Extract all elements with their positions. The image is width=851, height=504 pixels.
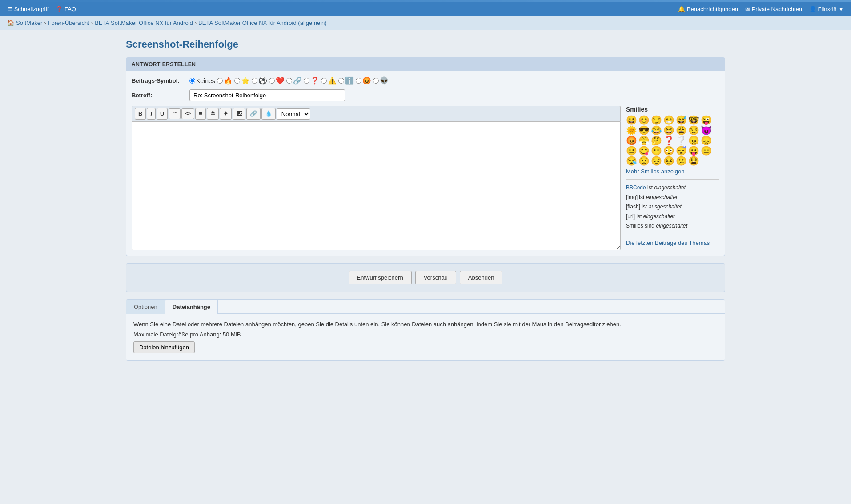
more-smilies-link[interactable]: Mehr Smilies anzeigen <box>626 168 719 175</box>
list-ul-button[interactable]: ≡ <box>195 108 206 120</box>
mail-icon: ✉ <box>745 6 750 12</box>
smiley-7[interactable]: 😜 <box>701 116 712 124</box>
bbcode-link[interactable]: BBCode <box>626 184 646 191</box>
benachrichtigungen-link[interactable]: 🔔 Benachrichtigungen <box>678 6 738 12</box>
private-nachrichten-link[interactable]: ✉ Private Nachrichten <box>745 6 802 12</box>
smiley-2[interactable]: 😊 <box>638 116 650 124</box>
smiley-33[interactable]: 😕 <box>676 156 687 165</box>
smiley-24[interactable]: 😶 <box>651 146 662 155</box>
smiley-13[interactable]: 😒 <box>688 126 699 135</box>
tabs-box: Optionen Dateianhänge Wenn Sie eine Date… <box>126 299 725 361</box>
smiley-29[interactable]: 😪 <box>626 156 637 165</box>
smiley-12[interactable]: 😩 <box>676 126 687 135</box>
symbol-question[interactable]: ❓ <box>304 76 319 85</box>
breadcrumb-softmaker[interactable]: SoftMaker <box>16 20 42 26</box>
breadcrumb-beta-android[interactable]: BETA SoftMaker Office NX für Android <box>95 20 193 26</box>
smiley-17[interactable]: 🤔 <box>651 136 662 145</box>
symbol-info[interactable]: ℹ️ <box>338 76 354 85</box>
smiley-31[interactable]: 😔 <box>651 156 662 165</box>
symbol-soccer-radio[interactable] <box>252 78 257 84</box>
symbol-question-radio[interactable] <box>304 78 309 84</box>
chain-icon: 🔗 <box>293 76 302 85</box>
vorschau-button[interactable]: Vorschau <box>415 271 456 284</box>
list-ol-button[interactable]: ≜ <box>207 108 219 120</box>
smiley-34[interactable]: 😫 <box>688 156 699 165</box>
smiley-6[interactable]: 🤓 <box>688 116 699 124</box>
symbol-angry[interactable]: 😡 <box>356 76 371 85</box>
smiley-27[interactable]: 😛 <box>688 146 699 155</box>
tab-dateihanhaenge[interactable]: Dateianhänge <box>165 300 218 314</box>
breadcrumb-foren-uebersicht[interactable]: Foren-Übersicht <box>48 20 89 26</box>
symbol-warning[interactable]: ⚠️ <box>321 76 337 85</box>
symbol-star[interactable]: ⭐ <box>234 76 250 85</box>
home-icon: 🏠 <box>7 20 14 26</box>
entwurf-button[interactable]: Entwurf speichern <box>349 271 412 284</box>
symbol-flame[interactable]: 🔥 <box>217 76 233 85</box>
symbol-alien-radio[interactable] <box>373 78 379 84</box>
star-icon: ⭐ <box>241 76 250 85</box>
smiley-25[interactable]: 😳 <box>663 146 674 155</box>
smiley-9[interactable]: 😎 <box>638 126 650 135</box>
symbol-chain[interactable]: 🔗 <box>286 76 302 85</box>
add-files-button[interactable]: Dateien hinzufügen <box>133 341 195 353</box>
bbcode-status-line: BBCode ist eingeschaltet <box>626 183 719 193</box>
betreff-label: Betreff: <box>132 92 189 99</box>
bold-button[interactable]: B <box>135 108 146 120</box>
smiley-1[interactable]: 😀 <box>626 116 637 124</box>
smiley-3[interactable]: 😏 <box>651 116 662 124</box>
symbol-angry-radio[interactable] <box>356 78 361 84</box>
quote-button[interactable]: “” <box>169 108 181 119</box>
smiley-21[interactable]: 😞 <box>701 136 712 145</box>
symbol-soccer[interactable]: ⚽ <box>252 76 267 85</box>
symbol-heart-radio[interactable] <box>269 78 275 84</box>
special-button[interactable]: ✦ <box>220 108 232 120</box>
faq-link[interactable]: ❓ FAQ <box>56 6 76 12</box>
smiley-5[interactable]: 😅 <box>676 116 687 124</box>
smiley-28[interactable]: 😑 <box>701 146 712 155</box>
betreff-input[interactable] <box>189 89 345 101</box>
tabs-header: Optionen Dateianhänge <box>126 300 725 314</box>
symbol-keines-radio[interactable] <box>189 78 195 84</box>
tab-optionen[interactable]: Optionen <box>126 300 165 314</box>
smiley-4[interactable]: 😁 <box>663 116 674 124</box>
italic-button[interactable]: I <box>147 108 156 120</box>
smiley-11[interactable]: 😆 <box>663 126 674 135</box>
symbol-star-radio[interactable] <box>234 78 240 84</box>
smiley-8[interactable]: 🌞 <box>626 126 637 135</box>
underline-button[interactable]: U <box>157 108 168 120</box>
smiley-19[interactable]: ❔ <box>676 136 687 145</box>
smiley-22[interactable]: 😐 <box>626 146 637 155</box>
form-box-body: Beitrags-Symbol: Keines 🔥 ⭐ <box>126 71 725 256</box>
symbol-warning-radio[interactable] <box>321 78 327 84</box>
user-menu-link[interactable]: 👤 Flinx48 ▼ <box>809 6 844 12</box>
link-button[interactable]: 🔗 <box>246 108 261 120</box>
symbol-chain-radio[interactable] <box>286 78 292 84</box>
symbol-keines[interactable]: Keines <box>189 77 215 84</box>
symbol-info-radio[interactable] <box>338 78 344 84</box>
image-button[interactable]: 🖼 <box>233 108 245 120</box>
color-button[interactable]: 💧 <box>261 108 276 120</box>
smiley-23[interactable]: 😋 <box>638 146 650 155</box>
breadcrumb-beta-android-allgemein[interactable]: BETA SoftMaker Office NX für Android (al… <box>198 20 327 26</box>
smiley-32[interactable]: 😣 <box>663 156 674 165</box>
smilies-title: Smilies <box>626 106 719 113</box>
symbol-alien[interactable]: 👽 <box>373 76 389 85</box>
warning-icon: ⚠️ <box>328 76 337 85</box>
smiley-15[interactable]: 😡 <box>626 136 637 145</box>
font-size-select[interactable]: Tiny Small Normal Large Huge <box>277 108 310 120</box>
last-posts-link[interactable]: Die letzten Beiträge des Themas <box>626 236 719 246</box>
schnellzugriff-link[interactable]: ☰ Schnellzugriff <box>7 6 48 12</box>
smiley-26[interactable]: 😴 <box>676 146 687 155</box>
symbol-heart[interactable]: ❤️ <box>269 76 285 85</box>
smilies-grid: 😀 😊 😏 😁 😅 🤓 😜 🌞 😎 😂 😆 😩 😒 😈 <box>626 116 719 165</box>
smiley-10[interactable]: 😂 <box>651 126 662 135</box>
absenden-button[interactable]: Absenden <box>460 271 503 284</box>
smiley-20[interactable]: 😠 <box>688 136 699 145</box>
smiley-18[interactable]: ❓ <box>663 136 674 145</box>
smiley-16[interactable]: 😤 <box>638 136 650 145</box>
code-button[interactable]: <> <box>181 108 194 119</box>
smiley-14[interactable]: 😈 <box>701 126 712 135</box>
symbol-flame-radio[interactable] <box>217 78 223 84</box>
smiley-30[interactable]: 😟 <box>638 156 650 165</box>
message-textarea[interactable] <box>132 121 621 250</box>
